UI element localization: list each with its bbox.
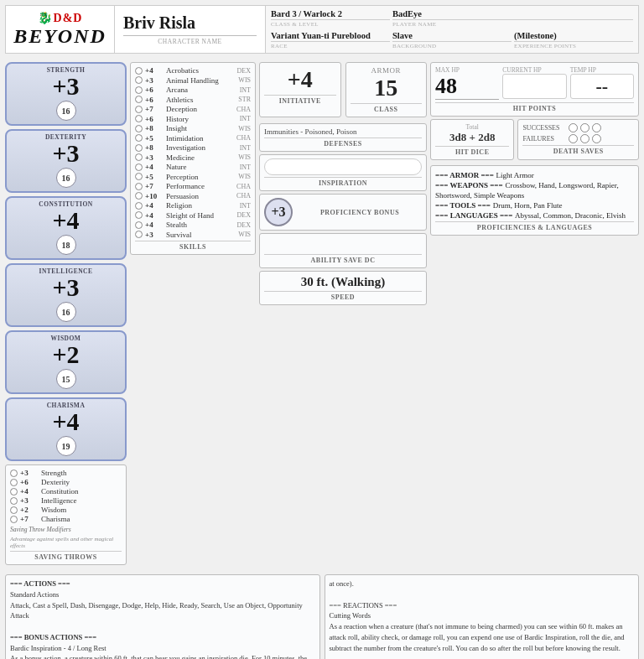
skill-name-perception: Perception bbox=[166, 173, 236, 181]
skill-name-animal-handling: Animal Handling bbox=[166, 76, 236, 85]
save-row-str: +3 Strength bbox=[10, 469, 122, 477]
save-name-int: Intelligence bbox=[41, 496, 76, 505]
ability-dexterity: DEXTERITY +3 16 bbox=[5, 129, 127, 193]
death-saves-box: SUCCESSES FAILURES DEATH SAVES bbox=[517, 119, 639, 160]
current-hp-value[interactable] bbox=[502, 74, 566, 99]
character-name-area: Briv Risla CHARACTER NAME bbox=[115, 6, 266, 53]
max-hp-label: Max HP bbox=[435, 66, 499, 74]
skill-attr-survival: WIS bbox=[238, 231, 251, 238]
save-circle-int bbox=[10, 497, 18, 505]
character-name-label: CHARACTER NAME bbox=[123, 38, 257, 45]
skill-name-arcana: Arcana bbox=[166, 86, 237, 94]
col-skills: +4 Acrobatics DEX +3 Animal Handling WIS… bbox=[130, 62, 256, 568]
skill-mod-history: +6 bbox=[145, 115, 164, 123]
skill-mod-medicine: +3 bbox=[145, 153, 164, 162]
save-mod-int: +3 bbox=[20, 496, 39, 505]
defenses-box: Immunities - Poisoned, Poison DEFENSES bbox=[259, 123, 427, 152]
prof-languages-section: === LANGUAGES === Abyssal, Common, Draco… bbox=[435, 210, 634, 220]
proficiency-bonus-label: PROFICIENCY BONUS bbox=[298, 209, 422, 216]
proficiency-bonus-box: +3 PROFICIENCY BONUS bbox=[259, 194, 427, 231]
skill-mod-persuasion: +10 bbox=[145, 192, 164, 200]
success-circle-1 bbox=[569, 123, 578, 132]
actions-content-1: Standard Actions Attack, Cast a Spell, D… bbox=[10, 590, 303, 620]
skill-name-medicine: Medicine bbox=[166, 153, 236, 162]
skill-attr-arcana: INT bbox=[240, 86, 251, 94]
inspiration-field[interactable] bbox=[264, 158, 422, 175]
header-field-race: Variant Yuan-ti Pureblood RACE bbox=[271, 31, 390, 50]
skill-attr-history: INT bbox=[240, 115, 251, 122]
temp-hp-value[interactable]: -- bbox=[570, 74, 634, 99]
initiative-value: +4 bbox=[264, 66, 336, 93]
skill-mod-nature: +4 bbox=[145, 163, 164, 171]
skills-title: SKILLS bbox=[135, 241, 251, 251]
hp-top-row: Max HP 48 Current HP Temp HP -- bbox=[435, 66, 634, 100]
skill-name-deception: Deception bbox=[166, 105, 234, 113]
skill-circle-perception bbox=[135, 173, 143, 180]
skill-circle-intimidation bbox=[135, 134, 143, 142]
save-mod-dex: +6 bbox=[20, 478, 39, 486]
speed-box: 30 ft. (Walking) SPEED bbox=[259, 271, 427, 305]
skill-circle-animal-handling bbox=[135, 76, 143, 84]
skill-performance: +7 Performance CHA bbox=[135, 182, 251, 190]
success-circle-3 bbox=[592, 123, 601, 132]
prof-tools-section: === TOOLS === Drum, Horn, Pan Flute bbox=[435, 200, 634, 210]
skill-attr-stealth: DEX bbox=[237, 221, 251, 229]
death-saves-title: DEATH SAVES bbox=[522, 145, 634, 155]
skill-intimidation: +5 Intimidation CHA bbox=[135, 134, 251, 143]
save-name-str: Strength bbox=[41, 469, 67, 477]
inspiration-label: INSPIRATION bbox=[264, 177, 422, 187]
skill-mod-arcana: +6 bbox=[145, 86, 164, 94]
hp-box: Max HP 48 Current HP Temp HP -- HIT POIN… bbox=[430, 62, 639, 117]
prof-weapons-heading: === WEAPONS === bbox=[435, 181, 503, 189]
defenses-content: Immunities - Poisoned, Poison bbox=[264, 127, 422, 136]
skill-circle-medicine bbox=[135, 153, 143, 161]
skill-mod-perception: +5 bbox=[145, 173, 164, 181]
speed-value: 30 ft. (Walking) bbox=[264, 275, 422, 289]
skill-acrobatics: +4 Acrobatics DEX bbox=[135, 66, 251, 75]
background-label: BACKGROUND bbox=[392, 43, 512, 49]
skill-deception: +7 Deception CHA bbox=[135, 105, 251, 113]
skill-name-acrobatics: Acrobatics bbox=[166, 66, 235, 75]
ability-save-dc-content bbox=[264, 237, 422, 252]
header-field-xp: (Milestone) EXPERIENCE POINTS bbox=[514, 31, 633, 50]
actions-right-content: at once). === REACTIONS === Cutting Word… bbox=[330, 579, 635, 653]
save-mod-wis: +2 bbox=[20, 506, 39, 514]
main-content: STRENGTH +3 16 DEXTERITY +3 16 CONSTITUT… bbox=[5, 59, 639, 571]
skill-survival: +3 Survival WIS bbox=[135, 231, 251, 239]
skill-attr-sleight-of-hand: DEX bbox=[237, 211, 251, 219]
skill-circle-arcana bbox=[135, 86, 143, 94]
strength-score: 16 bbox=[56, 101, 76, 121]
skill-athletics: +6 Athletics STR bbox=[135, 96, 251, 104]
skill-circle-nature bbox=[135, 163, 143, 171]
skill-attr-insight: WIS bbox=[238, 125, 251, 132]
actions-heading-2: === BONUS ACTIONS === bbox=[10, 633, 96, 641]
skill-name-investigation: Investigation bbox=[166, 143, 237, 152]
save-row-cha: +7 Charisma bbox=[10, 515, 122, 523]
skill-mod-animal-handling: +3 bbox=[145, 76, 164, 85]
save-note: Advantage against spells and other magic… bbox=[10, 536, 122, 549]
skill-name-survival: Survival bbox=[166, 231, 236, 239]
skill-attr-medicine: WIS bbox=[238, 153, 251, 161]
class-level-label: CLASS & LEVEL bbox=[271, 21, 390, 28]
save-circle-str bbox=[10, 470, 18, 477]
prof-armor-content: Light Armor bbox=[496, 171, 534, 179]
max-hp-value: 48 bbox=[435, 74, 499, 100]
saving-throws-box: +3 Strength +6 Dexterity +4 Constitution… bbox=[5, 464, 127, 565]
skill-attr-perception: WIS bbox=[238, 173, 251, 180]
constitution-score: 18 bbox=[56, 235, 76, 255]
header-field-player: BadEye PLAYER NAME bbox=[392, 9, 633, 29]
strength-modifier: +3 bbox=[12, 74, 120, 99]
player-name-label: PLAYER NAME bbox=[392, 21, 633, 28]
armor-label-top: ARMOR bbox=[351, 66, 423, 75]
prof-lang-title: PROFICIENCIES & LANGUAGES bbox=[435, 221, 634, 231]
ac-value: 15 bbox=[351, 75, 423, 101]
dexterity-score: 16 bbox=[56, 168, 76, 188]
background-value: Slave bbox=[392, 31, 512, 42]
failure-circle-3 bbox=[592, 134, 601, 143]
saving-throws-title: SAVING THROWS bbox=[10, 551, 122, 561]
class-level-value: Bard 3 / Warlock 2 bbox=[271, 9, 390, 20]
xp-value: (Milestone) bbox=[514, 31, 633, 42]
save-circle-dex bbox=[10, 479, 18, 486]
skill-mod-survival: +3 bbox=[145, 231, 164, 239]
death-saves-successes-row: SUCCESSES bbox=[522, 123, 634, 132]
